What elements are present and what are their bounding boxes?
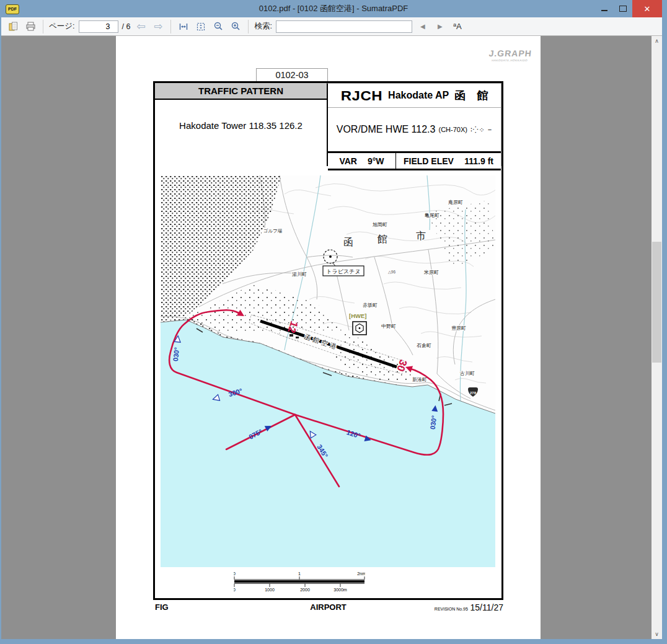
hwe-label: [HWE] bbox=[349, 312, 367, 319]
jgraph-logo: J.GRAPH HAKODATE,HOKKAIDO bbox=[488, 48, 532, 62]
airport-name: Hakodate AP bbox=[388, 90, 449, 101]
traffic-pattern-map: トラピスチヌ [HWE] 278 旭岡町 庵原町 bbox=[161, 175, 495, 567]
window-title: 0102.pdf - [0102 函館空港] - SumatraPDF bbox=[0, 0, 667, 17]
town-label: 豊原町 bbox=[451, 325, 466, 331]
toolbar: ページ: / 6 ⇦ ⇨ 検索: ◀ ▶ bbox=[1, 17, 662, 36]
maximize-icon bbox=[619, 6, 627, 12]
town-label: 赤坂町 bbox=[363, 302, 378, 308]
footer-revision-date: 15/11/27 bbox=[470, 602, 503, 612]
document-viewport[interactable]: J.GRAPH HAKODATE,HOKKAIDO 0102-03 TRAFFI… bbox=[1, 36, 662, 639]
scale-nm-1: 1 bbox=[298, 571, 301, 576]
route-278-label: 278 bbox=[470, 391, 477, 395]
field-elev-label: FIELD ELEV bbox=[404, 156, 454, 166]
navaid-morse: ∶⁛⁘ − bbox=[470, 126, 492, 134]
search-input[interactable] bbox=[276, 20, 412, 33]
logo-subtext: HAKODATE,HOKKAIDO bbox=[488, 59, 532, 62]
print-icon bbox=[25, 21, 36, 32]
prev-page-button[interactable]: ⇦ bbox=[134, 19, 148, 34]
minimize-button[interactable] bbox=[595, 0, 614, 17]
zoom-in-button[interactable] bbox=[229, 19, 242, 34]
page-number-input[interactable] bbox=[79, 20, 118, 33]
airport-ident-box: RJCH Hakodate AP 函 館 VOR/DME HWE 112.3 (… bbox=[327, 83, 501, 166]
open-file-icon bbox=[8, 21, 19, 32]
airport-kanji: 函 館 bbox=[454, 88, 488, 103]
navaid-channel: (CH-70X) bbox=[438, 126, 467, 133]
golf-label: ゴルフ場 bbox=[263, 228, 283, 234]
town-label: 庵原町 bbox=[448, 200, 463, 205]
scroll-up-icon: ∧ bbox=[655, 38, 659, 44]
town-label: 湯川町 bbox=[292, 271, 307, 277]
city-char: 函 bbox=[343, 237, 353, 247]
zoom-in-icon bbox=[231, 21, 241, 32]
scale-m-3000: 3000m bbox=[334, 588, 347, 592]
vertical-scrollbar[interactable]: ∧ ∨ bbox=[652, 36, 662, 639]
navaid-ident: VOR/DME HWE 112.3 bbox=[337, 124, 436, 135]
chart-number: 0102-03 bbox=[256, 68, 328, 82]
scale-nm-2: 2nm bbox=[357, 571, 365, 576]
scrollbar-thumb[interactable] bbox=[652, 242, 661, 363]
fit-width-icon bbox=[179, 22, 188, 32]
find-prev-icon: ◀ bbox=[420, 23, 425, 30]
scale-m-0: 0 bbox=[234, 588, 236, 592]
pdf-page: J.GRAPH HAKODATE,HOKKAIDO 0102-03 TRAFFI… bbox=[116, 36, 541, 639]
find-next-icon: ▶ bbox=[438, 23, 443, 30]
title-bar: PDF 0102.pdf - [0102 函館空港] - SumatraPDF … bbox=[0, 0, 667, 17]
toolbar-separator bbox=[43, 20, 43, 33]
scale-bar-svg: 0 1 2nm 0 1000 2000 3000m bbox=[234, 571, 365, 592]
city-char: 館 bbox=[377, 234, 387, 244]
fit-page-icon bbox=[196, 22, 206, 32]
minimize-icon bbox=[601, 10, 607, 11]
page-total: / 6 bbox=[122, 22, 131, 31]
zoom-out-icon bbox=[213, 21, 224, 32]
scroll-down-icon: ∨ bbox=[655, 631, 659, 637]
chart-frame: TRAFFIC PATTERN Hakodate Tower 118.35 12… bbox=[153, 81, 503, 600]
scale-m-2000: 2000 bbox=[300, 588, 310, 592]
forward-icon: ⇨ bbox=[154, 21, 162, 32]
var-label: VAR bbox=[339, 156, 357, 166]
town-label: 石倉町 bbox=[417, 343, 431, 348]
var-value: 9°W bbox=[368, 156, 384, 166]
toolbar-separator bbox=[170, 20, 171, 33]
open-file-button[interactable] bbox=[6, 19, 20, 34]
spot-elevation: △96 bbox=[388, 270, 396, 274]
field-elev-value: 111.9 ft bbox=[464, 156, 493, 166]
icao-code: RJCH bbox=[341, 87, 382, 104]
scale-nm-0: 0 bbox=[234, 571, 236, 576]
zoom-out-button[interactable] bbox=[211, 19, 225, 34]
monastery-label: トラピスチヌ bbox=[326, 268, 360, 275]
find-next-button[interactable]: ▶ bbox=[433, 19, 447, 34]
print-button[interactable] bbox=[24, 19, 37, 34]
logo-text: J.GRAPH bbox=[488, 48, 532, 58]
scroll-up-button[interactable]: ∧ bbox=[652, 36, 662, 46]
tower-frequencies: Hakodate Tower 118.35 126.2 bbox=[155, 120, 327, 131]
close-icon: ✕ bbox=[644, 4, 651, 14]
back-icon: ⇦ bbox=[136, 21, 145, 32]
town-label: 米原町 bbox=[423, 270, 439, 275]
page-label: ページ: bbox=[49, 21, 75, 32]
fit-page-button[interactable] bbox=[194, 19, 208, 34]
close-button[interactable]: ✕ bbox=[632, 0, 662, 17]
toolbar-separator bbox=[248, 20, 249, 33]
fit-width-button[interactable] bbox=[177, 19, 190, 34]
maximize-button[interactable] bbox=[614, 0, 632, 17]
scale-m-1000: 1000 bbox=[265, 588, 275, 592]
match-case-icon: ªA bbox=[453, 22, 461, 31]
footer-revision: REVISION No.95 bbox=[435, 607, 468, 611]
town-label: 新湊町 bbox=[412, 377, 427, 382]
bearing-left-030: 030° bbox=[172, 347, 180, 362]
scale-bar: 0 1 2nm 0 1000 2000 3000m bbox=[234, 571, 365, 592]
city-char: 市 bbox=[416, 231, 426, 241]
scroll-down-button[interactable]: ∨ bbox=[652, 629, 662, 639]
map-svg: トラピスチヌ [HWE] 278 旭岡町 庵原町 bbox=[161, 175, 495, 567]
chart-title: TRAFFIC PATTERN bbox=[155, 83, 327, 100]
match-case-button[interactable]: ªA bbox=[451, 19, 464, 34]
town-label: 旭岡町 bbox=[373, 222, 387, 227]
town-label: 古川町 bbox=[459, 371, 475, 376]
var-elev-row: VAR 9°W FIELD ELEV 111.9 ft bbox=[328, 151, 501, 170]
search-label: 検索: bbox=[254, 21, 272, 32]
chart-footer: FIG AIRPORT REVISION No.95 15/11/27 bbox=[153, 601, 503, 614]
find-previous-button[interactable]: ◀ bbox=[416, 19, 430, 34]
town-label: 亀尾町 bbox=[425, 213, 440, 218]
town-label: 中野町 bbox=[381, 324, 396, 329]
next-page-button[interactable]: ⇨ bbox=[151, 19, 165, 34]
